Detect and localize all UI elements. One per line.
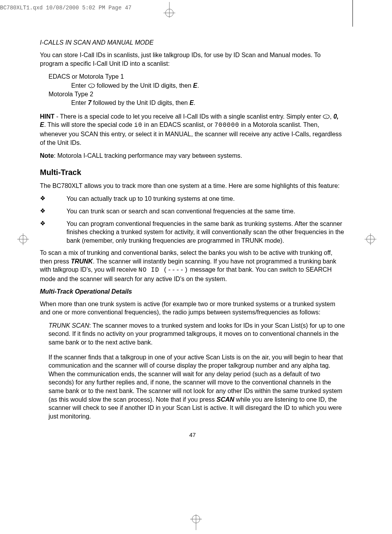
subsection-heading-details: Multi-Track Operational Details bbox=[40, 288, 345, 295]
svg-point-12 bbox=[326, 117, 327, 117]
section-heading-multitrack: Multi-Track bbox=[40, 168, 345, 177]
page-number: 47 bbox=[40, 431, 345, 438]
bullet-text: You can actually track up to 10 trunking… bbox=[67, 195, 235, 203]
bullet-icon: ❖ bbox=[40, 195, 67, 202]
svg-point-10 bbox=[91, 86, 92, 87]
bullet-text: You can trunk scan or search and scan co… bbox=[67, 207, 295, 216]
registration-mark-right bbox=[365, 233, 376, 245]
key-scan: SCAN bbox=[217, 396, 234, 403]
bullet-item: ❖ You can program conventional frequenci… bbox=[40, 220, 345, 245]
decimal-icon bbox=[323, 114, 330, 119]
scanner-behavior-paragraph: If the scanner finds that a talkgroup in… bbox=[49, 353, 345, 421]
registration-mark-left bbox=[17, 233, 29, 245]
paragraph-intro: You can store I-Call IDs in scanlists, j… bbox=[40, 51, 345, 68]
edacs-instruction: Enter followed by the Unit ID digits, th… bbox=[71, 81, 345, 90]
mixscan-paragraph: To scan a mix of trunking and convention… bbox=[40, 249, 345, 283]
note-label: Note bbox=[40, 152, 54, 159]
hint-paragraph: HINT - There is a special code to let yo… bbox=[40, 112, 345, 147]
lcd-no-id: NO ID (----) bbox=[138, 267, 188, 274]
note-paragraph: Note: Motorola I-CALL tracking performan… bbox=[40, 152, 345, 160]
lcd-code-i0: i0 bbox=[134, 122, 142, 129]
trunkscan-label: TRUNK SCAN bbox=[49, 322, 89, 329]
procedure-block: EDACS or Motorola Type 1 Enter followed … bbox=[49, 72, 345, 108]
multitrack-intro: The BC780XLT allows you to track more th… bbox=[40, 182, 345, 190]
key-e: E bbox=[193, 82, 198, 89]
bullet-item: ❖ You can trunk scan or search and scan … bbox=[40, 207, 345, 216]
bullet-icon: ❖ bbox=[40, 207, 67, 215]
key-e-2: E bbox=[189, 99, 194, 106]
bullet-icon: ❖ bbox=[40, 220, 67, 227]
bullet-text: You can program conventional frequencies… bbox=[67, 220, 345, 245]
motorola-label: Motorola Type 2 bbox=[49, 90, 345, 99]
page-content: I-CALLS IN SCAN AND MANUAL MODE You can … bbox=[40, 39, 345, 438]
registration-mark-top bbox=[164, 2, 175, 18]
registration-mark-bottom bbox=[190, 514, 202, 530]
trunkscan-paragraph: TRUNK SCAN: The scanner moves to a trunk… bbox=[49, 321, 345, 347]
trim-mark-right bbox=[352, 0, 353, 534]
decimal-icon bbox=[88, 83, 95, 88]
hint-label: HINT bbox=[40, 113, 54, 120]
prepress-header: BC780XLT1.qxd 10/08/2000 5:02 PM Page 47 bbox=[0, 5, 131, 11]
key-trunk: TRUNK bbox=[71, 258, 93, 265]
motorola-instruction: Enter 7 followed by the Unit ID digits, … bbox=[71, 99, 345, 107]
edacs-label: EDACS or Motorola Type 1 bbox=[49, 72, 345, 81]
section-heading-icalls: I-CALLS IN SCAN AND MANUAL MODE bbox=[40, 39, 345, 46]
key-7: 7 bbox=[88, 99, 92, 106]
bullet-item: ❖ You can actually track up to 10 trunki… bbox=[40, 195, 345, 203]
lcd-code-700000: 700000 bbox=[214, 122, 239, 129]
details-intro: When more than one trunk system is activ… bbox=[40, 300, 345, 317]
